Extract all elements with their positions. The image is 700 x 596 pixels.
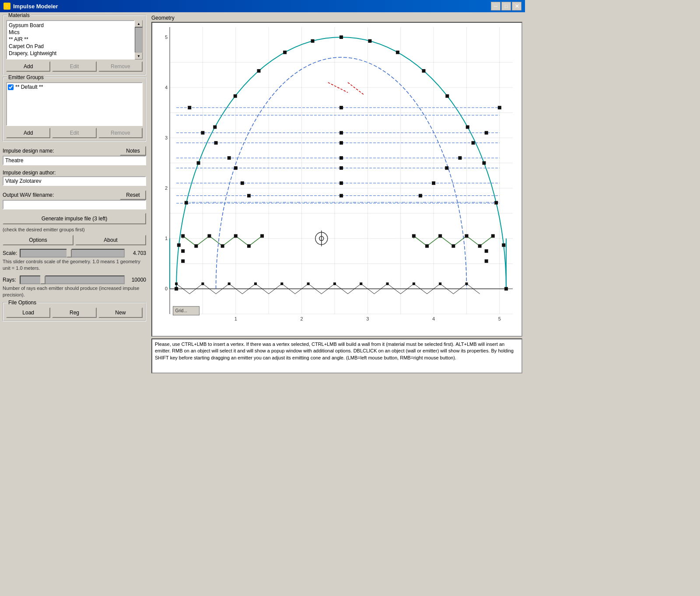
output-wav-label-row: Output WAV filename: Reset xyxy=(3,190,146,200)
load-button[interactable]: Load xyxy=(6,307,50,318)
new-button[interactable]: New xyxy=(98,307,143,318)
emitter-buttons: Add Edit Remove xyxy=(6,128,143,138)
instructions-box: Please, use CTRL+LMB to insert a vertex.… xyxy=(151,338,522,373)
rays-desc: Number of rays each emitter should produ… xyxy=(3,285,146,299)
app-title: Impulse Modeler xyxy=(13,3,58,10)
emitter-checkbox[interactable] xyxy=(8,84,14,90)
list-item[interactable]: ** AIR ** xyxy=(8,36,133,43)
rays-section: Rays: 10000 Number of rays each emitter … xyxy=(3,274,146,299)
materials-add-button[interactable]: Add xyxy=(6,61,50,72)
materials-list-container: Gypsum Board Mics ** AIR ** Carpet On Pa… xyxy=(6,20,143,59)
materials-group-title: Materials xyxy=(7,12,31,18)
reg-button[interactable]: Reg xyxy=(52,307,96,318)
options-button[interactable]: Options xyxy=(3,235,74,245)
list-item[interactable]: Mics xyxy=(8,29,133,36)
title-bar: ⚡ Impulse Modeler ─ □ ✕ xyxy=(0,0,525,12)
right-panel: Geometry Please, use CTRL+LMB to insert … xyxy=(149,12,525,376)
about-button[interactable]: About xyxy=(75,235,146,245)
design-name-label-row: Impulse design name: Notes xyxy=(3,146,146,156)
scale-section: Scale: 4.703 This slider controls scale … xyxy=(3,247,146,272)
generate-button[interactable]: Generate impulse file (3 left) xyxy=(3,213,146,224)
list-item[interactable]: Gypsum Board xyxy=(8,22,133,29)
emitter-edit-button[interactable]: Edit xyxy=(52,128,96,138)
emitter-item-label: ** Default ** xyxy=(15,84,43,90)
design-author-input[interactable] xyxy=(3,176,146,186)
materials-edit-button[interactable]: Edit xyxy=(52,61,96,72)
title-bar-left: ⚡ Impulse Modeler xyxy=(4,3,58,10)
scale-desc: This slider controls scale of the geomet… xyxy=(3,258,146,272)
output-wav-label: Output WAV filename: xyxy=(3,192,54,198)
materials-list[interactable]: Gypsum Board Mics ** AIR ** Carpet On Pa… xyxy=(6,20,135,59)
main-container: Materials Gypsum Board Mics ** AIR ** Ca… xyxy=(0,12,525,376)
output-wav-section: Output WAV filename: Reset xyxy=(3,188,146,209)
file-options-title: File Options xyxy=(7,300,38,306)
scroll-track xyxy=(135,27,143,52)
list-item[interactable]: Drapery, Lightweight xyxy=(8,50,133,57)
design-name-input[interactable] xyxy=(3,156,146,165)
scale-label: Scale: xyxy=(3,250,18,256)
scroll-up-button[interactable]: ▲ xyxy=(135,20,143,27)
materials-remove-button[interactable]: Remove xyxy=(98,61,143,72)
options-about-row: Options About xyxy=(3,235,146,245)
emitter-add-button[interactable]: Add xyxy=(6,128,50,138)
materials-group: Materials Gypsum Board Mics ** AIR ** Ca… xyxy=(3,15,146,75)
instructions-text: Please, use CTRL+LMB to insert a vertex.… xyxy=(155,342,514,360)
scale-value: 4.703 xyxy=(126,250,146,256)
reset-button[interactable]: Reset xyxy=(120,190,146,200)
materials-scrollbar[interactable]: ▲ ▼ xyxy=(135,20,143,59)
list-item[interactable]: Carpet On Pad xyxy=(8,43,133,50)
file-options-buttons: Load Reg New xyxy=(6,307,143,318)
rays-slider[interactable] xyxy=(20,275,125,284)
app-icon: ⚡ xyxy=(4,3,10,10)
minimize-button[interactable]: ─ xyxy=(491,2,500,10)
geometry-label: Geometry xyxy=(151,15,522,21)
title-buttons[interactable]: ─ □ ✕ xyxy=(491,2,522,10)
rays-slider-row: Rays: 10000 xyxy=(3,275,146,284)
emitter-groups-list[interactable]: ** Default ** xyxy=(6,82,143,126)
scroll-down-button[interactable]: ▼ xyxy=(135,52,143,59)
rays-value: 10000 xyxy=(126,277,146,283)
close-button[interactable]: ✕ xyxy=(512,2,522,10)
file-options-group: File Options Load Reg New xyxy=(3,302,146,321)
output-wav-input[interactable] xyxy=(3,200,146,209)
rays-label: Rays: xyxy=(3,277,18,283)
emitter-groups-title: Emitter Groups xyxy=(7,74,45,80)
geometry-area[interactable] xyxy=(151,22,522,337)
scale-slider-row: Scale: 4.703 xyxy=(3,249,146,258)
geometry-canvas[interactable] xyxy=(152,23,522,336)
emitter-remove-button[interactable]: Remove xyxy=(98,128,143,138)
design-author-section: Impulse design author: xyxy=(3,168,146,186)
left-panel: Materials Gypsum Board Mics ** AIR ** Ca… xyxy=(0,12,149,376)
emitter-item: ** Default ** xyxy=(8,84,141,90)
scale-slider[interactable] xyxy=(20,249,125,258)
design-author-label: Impulse design author: xyxy=(3,170,146,176)
design-name-label: Impulse design name: xyxy=(3,148,54,154)
maximize-button[interactable]: □ xyxy=(501,2,511,10)
check-hint: (check the desired emitter groups first) xyxy=(3,227,146,232)
materials-buttons: Add Edit Remove xyxy=(6,61,143,72)
emitter-groups-group: Emitter Groups ** Default ** Add Edit Re… xyxy=(3,77,146,142)
design-name-section: Impulse design name: Notes xyxy=(3,144,146,165)
notes-button[interactable]: Notes xyxy=(120,146,146,156)
